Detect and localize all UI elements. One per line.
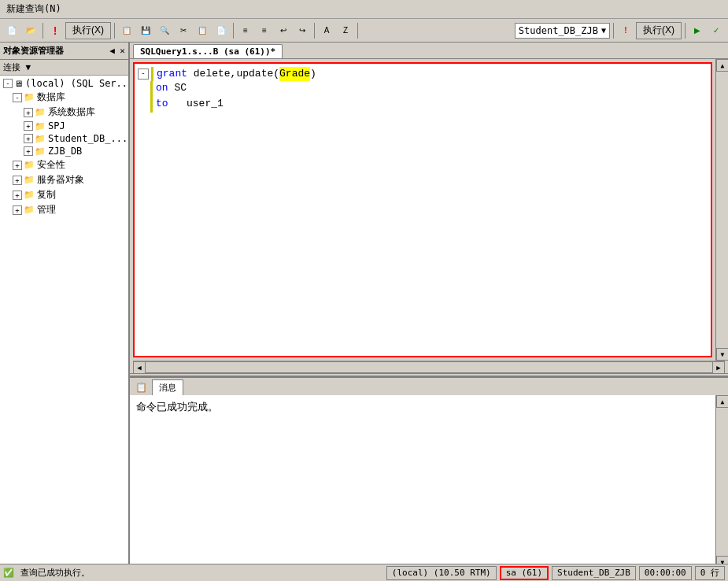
toolbar-sep-5 bbox=[357, 23, 358, 39]
tree-label-system-db: 系统数据库 bbox=[48, 105, 95, 119]
tree-expander-zjbdb[interactable]: + bbox=[24, 146, 33, 156]
database-dropdown[interactable]: Student_DB_ZJB ▼ bbox=[515, 23, 610, 39]
sidebar-pin[interactable]: ◀ ✕ bbox=[109, 46, 125, 56]
line-expander-1[interactable]: - bbox=[138, 68, 149, 80]
tree-item-server-objects[interactable]: + 📁 服务器对象 bbox=[2, 172, 127, 187]
code-param-grade: Grade bbox=[279, 67, 310, 81]
tree-expander-replication[interactable]: + bbox=[13, 191, 22, 200]
results-tab-messages[interactable]: 消息 bbox=[152, 379, 183, 395]
toolbar-execute-1[interactable]: ! bbox=[46, 22, 64, 39]
toolbar-sep-3 bbox=[233, 23, 234, 39]
hscroll-track bbox=[146, 361, 712, 373]
toolbar-btn-1[interactable]: 📄 bbox=[3, 22, 20, 39]
run-icon[interactable]: ▶ bbox=[689, 22, 706, 39]
code-line-3: to user_1 bbox=[138, 97, 708, 113]
tree-expander-databases[interactable]: - bbox=[13, 93, 22, 102]
tree-label-server-objects: 服务器对象 bbox=[37, 173, 84, 187]
server-icon: 🖥 bbox=[14, 79, 23, 89]
tree-item-databases[interactable]: - 📁 数据库 bbox=[2, 90, 127, 105]
status-rows: 0 行 bbox=[695, 566, 725, 580]
hscroll-right[interactable]: ▶ bbox=[712, 361, 725, 374]
toolbar-btn-2[interactable]: 📂 bbox=[22, 22, 39, 39]
tree-label-server: (local) (SQL Ser... bbox=[25, 78, 128, 89]
tree-label-databases: 数据库 bbox=[37, 91, 65, 104]
toolbar-btn-12[interactable]: ↪ bbox=[294, 22, 311, 39]
tree-label-studentdb: Student_DB_... bbox=[48, 133, 127, 144]
check-icon[interactable]: ✓ bbox=[708, 22, 725, 39]
results-vscroll[interactable]: ▲ ▼ bbox=[715, 395, 728, 568]
toolbar-btn-7[interactable]: 📋 bbox=[194, 22, 211, 39]
code-text-3: user_1 bbox=[168, 97, 224, 111]
query-tab-bar: SQLQuery1.s...B (sa (61))* bbox=[130, 43, 728, 59]
tree-expander-system-db[interactable]: + bbox=[24, 108, 33, 117]
query-tab-1[interactable]: SQLQuery1.s...B (sa (61))* bbox=[133, 44, 283, 58]
toolbar-btn-11[interactable]: ↩ bbox=[275, 22, 292, 39]
toolbar-btn-9[interactable]: ≡ bbox=[237, 22, 254, 39]
execute-icon[interactable]: ! bbox=[617, 22, 634, 39]
execute-button-1[interactable]: 执行(X) bbox=[65, 22, 111, 39]
toolbar-btn-8[interactable]: 📄 bbox=[212, 22, 230, 39]
zjbdb-icon: 📁 bbox=[35, 146, 46, 157]
system-db-icon: 📁 bbox=[35, 107, 46, 117]
toolbar-sep-6 bbox=[613, 23, 614, 39]
editor-vscroll[interactable]: ▲ ▼ bbox=[715, 59, 728, 361]
sidebar-header: 对象资源管理器 ◀ ✕ bbox=[0, 43, 128, 60]
status-database: Student_DB_ZJB bbox=[552, 566, 636, 580]
results-content: 命令已成功完成。 bbox=[130, 395, 715, 568]
tree-item-security[interactable]: + 📁 安全性 bbox=[2, 157, 127, 172]
tree-expander-server-objects[interactable]: + bbox=[13, 176, 22, 185]
tree-expander-security[interactable]: + bbox=[13, 161, 22, 170]
keyword-on: on bbox=[156, 81, 168, 95]
new-query-menu[interactable]: 新建查询(N) bbox=[3, 2, 65, 17]
vscroll-up[interactable]: ▲ bbox=[716, 59, 728, 72]
toolbar-btn-14[interactable]: Z bbox=[337, 22, 354, 39]
tree-item-server[interactable]: - 🖥 (local) (SQL Ser... bbox=[2, 77, 127, 90]
toolbar-sep-1 bbox=[42, 23, 43, 39]
toolbar-sep-7 bbox=[685, 23, 686, 39]
toolbar-btn-5[interactable]: 🔍 bbox=[156, 22, 173, 39]
vscroll-track bbox=[716, 72, 728, 348]
tree-item-management[interactable]: + 📁 管理 bbox=[2, 202, 127, 217]
tree-expander-server[interactable]: - bbox=[3, 79, 13, 88]
status-time: 00:00:00 bbox=[639, 566, 692, 580]
results-vscroll-up[interactable]: ▲ bbox=[716, 395, 728, 408]
status-user: sa (61) bbox=[500, 566, 549, 580]
code-line-2: on SC bbox=[138, 81, 708, 97]
line-bar-1 bbox=[151, 67, 153, 81]
vscroll-down[interactable]: ▼ bbox=[716, 348, 728, 361]
tree-label-management: 管理 bbox=[37, 203, 56, 216]
toolbar-btn-3[interactable]: 📋 bbox=[118, 22, 135, 39]
tree-item-studentdb[interactable]: + 📁 Student_DB_... bbox=[2, 132, 127, 145]
toolbar-sep-4 bbox=[314, 23, 315, 39]
toolbar-btn-10[interactable]: ≡ bbox=[256, 22, 273, 39]
toolbar-btn-6[interactable]: ✂ bbox=[175, 22, 192, 39]
editor-hscroll[interactable]: ◀ ▶ bbox=[133, 361, 725, 373]
query-editor[interactable]: - grant delete,update( Grade ) on SC to bbox=[133, 62, 712, 357]
content-area: SQLQuery1.s...B (sa (61))* - grant delet… bbox=[130, 43, 728, 581]
hscroll-left[interactable]: ◀ bbox=[133, 361, 146, 374]
tree-item-spj[interactable]: + 📁 SPJ bbox=[2, 120, 127, 132]
tree-item-replication[interactable]: + 📁 复制 bbox=[2, 187, 127, 202]
tree-expander-management[interactable]: + bbox=[13, 205, 22, 215]
execute-button-2[interactable]: 执行(X) bbox=[636, 22, 682, 39]
tree-item-system-db[interactable]: + 📁 系统数据库 bbox=[2, 105, 127, 120]
results-panel: 📋 消息 命令已成功完成。 ▲ ▼ ◀ bbox=[130, 376, 728, 581]
keyword-grant: grant bbox=[157, 67, 187, 81]
sidebar-connect[interactable]: 连接 ▼ bbox=[0, 60, 128, 76]
line-bar-2 bbox=[150, 81, 153, 97]
databases-icon: 📁 bbox=[24, 92, 35, 102]
keyword-to: to bbox=[156, 97, 168, 111]
tree-expander-spj[interactable]: + bbox=[24, 121, 33, 131]
toolbar-btn-13[interactable]: A bbox=[318, 22, 335, 39]
code-paren: ) bbox=[310, 67, 316, 81]
tree-label-replication: 复制 bbox=[37, 188, 56, 202]
toolbar-btn-4[interactable]: 💾 bbox=[137, 22, 154, 39]
tree-expander-studentdb[interactable]: + bbox=[24, 134, 33, 143]
tree-label-security: 安全性 bbox=[37, 158, 65, 172]
replication-icon: 📁 bbox=[24, 190, 35, 200]
tree-item-zjbdb[interactable]: + 📁 ZJB_DB bbox=[2, 145, 127, 157]
results-tab-bar: 📋 消息 bbox=[130, 378, 728, 395]
toolbar-sep-2 bbox=[114, 23, 115, 39]
tree-area: - 🖥 (local) (SQL Ser... - 📁 数据库 + 📁 系统数据… bbox=[0, 76, 128, 581]
status-query-text: 查询已成功执行。 bbox=[20, 567, 383, 579]
